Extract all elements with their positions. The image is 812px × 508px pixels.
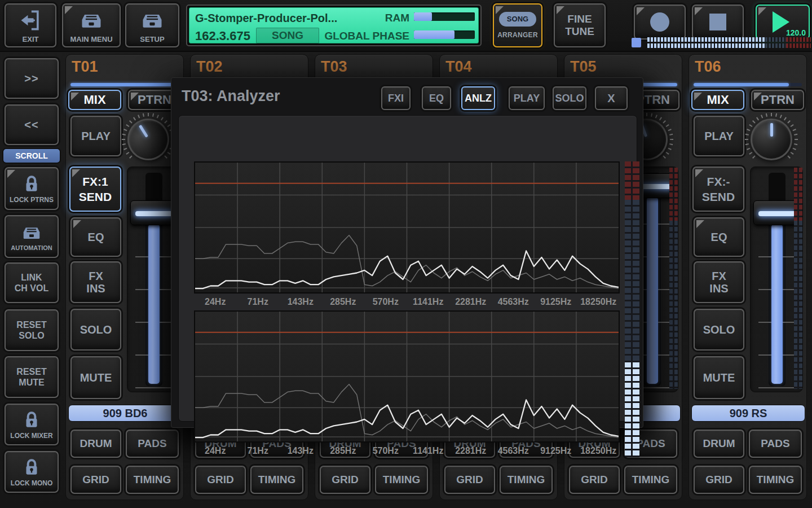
setup-button[interactable]: SETUP xyxy=(125,3,179,47)
link-channel-volume-button[interactable]: LINK CH VOL xyxy=(5,262,59,303)
analyzer-level-meter xyxy=(625,161,639,457)
lock-icon xyxy=(20,173,43,195)
timing-button[interactable]: TIMING xyxy=(126,466,179,494)
lock-mono-button[interactable]: LOCK MONO xyxy=(5,451,59,493)
dialog-tab-eq[interactable]: EQ xyxy=(422,86,451,110)
lock-icon xyxy=(20,409,43,431)
grid-button[interactable]: GRID xyxy=(694,466,744,494)
grid-button[interactable]: GRID xyxy=(195,466,246,494)
eq-button[interactable]: EQ xyxy=(70,217,121,257)
project-title: G-Stomper-Producer-Pol... xyxy=(195,12,337,25)
fx-insert-button[interactable]: FX INS xyxy=(694,261,744,303)
pads-button[interactable]: PADS xyxy=(749,430,802,458)
frequency-tick-label: 285Hz xyxy=(322,295,365,309)
grid-button[interactable]: GRID xyxy=(70,466,121,494)
scroll-forward-button[interactable]: >> xyxy=(5,58,59,99)
fader-level xyxy=(647,197,658,384)
lock-mixer-label: LOCK MIXER xyxy=(10,432,52,440)
top-toolbar: EXIT MAIN MENU SETUP G-Stomper-Producer-… xyxy=(0,0,812,52)
stop-icon xyxy=(709,14,726,30)
frequency-tick-label: 4563Hz xyxy=(492,444,535,458)
grid-button[interactable]: GRID xyxy=(444,466,495,494)
dialog-tab-fxi[interactable]: FXI xyxy=(381,86,411,110)
timing-button[interactable]: TIMING xyxy=(375,466,428,494)
frequency-axis-top: 24Hz71Hz143Hz285Hz570Hz1141Hz2281Hz4563H… xyxy=(194,295,620,309)
timing-button[interactable]: TIMING xyxy=(624,466,677,494)
dialog-tab-solo[interactable]: SOLO xyxy=(553,86,586,110)
frequency-tick-label: 18250Hz xyxy=(577,444,620,458)
frequency-axis-bottom: 24Hz71Hz143Hz285Hz570Hz1141Hz2281Hz4563H… xyxy=(194,444,620,458)
track-title: T01 xyxy=(72,58,98,76)
timing-button[interactable]: TIMING xyxy=(749,466,802,494)
fx-send-label: SEND xyxy=(79,190,112,203)
ram-bar xyxy=(414,12,475,21)
pads-button[interactable]: PADS xyxy=(126,430,179,458)
mix-tab[interactable]: MIX xyxy=(691,90,744,110)
grid-button[interactable]: GRID xyxy=(569,466,620,494)
main-menu-button[interactable]: MAIN MENU xyxy=(62,3,121,47)
drum-button[interactable]: DRUM xyxy=(694,430,744,458)
frequency-tick-label: 2281Hz xyxy=(449,444,492,458)
drum-button[interactable]: DRUM xyxy=(70,430,121,458)
timing-button[interactable]: TIMING xyxy=(250,466,303,494)
eq-button[interactable]: EQ xyxy=(694,217,744,257)
spectrum-chart-top xyxy=(194,161,620,294)
ptrn-tab[interactable]: PTRN xyxy=(751,90,804,110)
fx-send-slot: FX:- xyxy=(707,175,730,188)
exit-door-icon xyxy=(18,8,43,33)
transport-level-meter xyxy=(632,37,811,49)
lock-patterns-button[interactable]: LOCK PTRNS xyxy=(5,167,59,210)
track-sample-name[interactable]: 909 BD6 xyxy=(68,405,182,422)
grid-button[interactable]: GRID xyxy=(320,466,370,494)
track-play-button[interactable]: PLAY xyxy=(694,116,744,156)
frequency-tick-label: 24Hz xyxy=(194,295,237,309)
track-title: T02 xyxy=(196,58,223,76)
track-column: T06 MIX PTRN PLAY FX:- SEND EQ FX INS SO… xyxy=(689,54,807,500)
fx-send-button[interactable]: FX:- SEND xyxy=(692,167,744,212)
fx-send-label: SEND xyxy=(702,190,735,203)
dialog-close-button close-icon[interactable]: X xyxy=(595,86,628,110)
pan-knob[interactable] xyxy=(751,119,792,160)
pan-knob-group xyxy=(743,112,800,167)
frequency-tick-label: 1141Hz xyxy=(407,295,450,309)
track-level-meter xyxy=(794,168,802,389)
mix-tab[interactable]: MIX xyxy=(68,90,121,110)
fx-send-button[interactable]: FX:1 SEND xyxy=(69,167,121,212)
track-play-button[interactable]: PLAY xyxy=(70,116,121,156)
fader-level xyxy=(148,224,160,384)
timing-button[interactable]: TIMING xyxy=(500,466,553,494)
solo-button[interactable]: SOLO xyxy=(694,309,744,351)
bpm-value: 120.0 xyxy=(786,28,806,37)
mute-button[interactable]: MUTE xyxy=(694,356,744,399)
reset-mute-button[interactable]: RESET MUTE xyxy=(5,356,59,398)
analyzer-dialog: T03: Analyzer FXI EQ ANLZ PLAY SOLO X 24… xyxy=(171,77,643,428)
fine-tune-button[interactable]: FINE TUNE xyxy=(554,3,606,47)
track-level-meter xyxy=(669,168,678,389)
exit-button[interactable]: EXIT xyxy=(5,3,56,47)
mute-button[interactable]: MUTE xyxy=(70,356,121,399)
arranger-label: ARRANGER xyxy=(497,31,538,39)
frequency-tick-label: 9125Hz xyxy=(535,444,577,458)
lock-patterns-label: LOCK PTRNS xyxy=(10,196,54,204)
scroll-back-button[interactable]: << xyxy=(5,104,59,145)
frequency-tick-label: 71Hz xyxy=(237,295,280,309)
spectrum-chart-bottom xyxy=(194,310,620,443)
lock-icon xyxy=(20,457,43,478)
record-button[interactable] xyxy=(634,5,686,40)
reset-solo-button[interactable]: RESET SOLO xyxy=(5,309,59,351)
stop-button[interactable] xyxy=(692,5,744,40)
lcd-display-frame: G-Stomper-Producer-Pol... 162.3.675 SONG… xyxy=(186,5,482,46)
fx-insert-button[interactable]: FX INS xyxy=(70,261,121,303)
dialog-tab-play[interactable]: PLAY xyxy=(509,86,545,110)
song-arranger-button[interactable]: SONG ARRANGER xyxy=(493,3,542,47)
play-button[interactable]: 120.0 xyxy=(756,5,810,40)
pan-knob-group xyxy=(120,112,176,167)
analyzer-panel: 24Hz71Hz143Hz285Hz570Hz1141Hz2281Hz4563H… xyxy=(178,115,637,422)
automation-button[interactable]: AUTOMATION xyxy=(5,215,59,258)
solo-button[interactable]: SOLO xyxy=(70,309,121,351)
lock-mixer-button[interactable]: LOCK MIXER xyxy=(5,404,59,445)
dialog-tab-anlz[interactable]: ANLZ xyxy=(461,86,495,110)
track-title: T05 xyxy=(570,58,597,76)
frequency-tick-label: 4563Hz xyxy=(492,295,535,309)
track-sample-name[interactable]: 909 RS xyxy=(691,405,805,422)
